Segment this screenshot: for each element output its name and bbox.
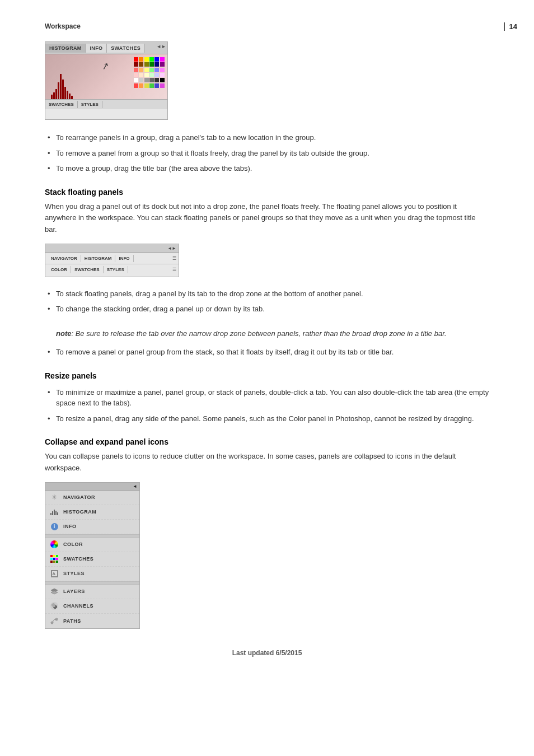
nav-star-icon: ✳: [51, 493, 57, 501]
info-tab[interactable]: INFO: [86, 44, 107, 53]
channels-row[interactable]: CHANNELS: [45, 599, 139, 614]
swatches-row[interactable]: SWATCHES: [45, 552, 139, 567]
top-tab-bar: HISTOGRAM INFO SWATCHES ◄►: [45, 42, 167, 54]
svg-marker-1: [51, 591, 58, 594]
styles-icon-shape: [50, 569, 59, 578]
cursor-arrow: ↗: [100, 60, 110, 73]
stack-title-bar: ◄►: [45, 244, 179, 253]
note-content: : Be sure to release the tab over the na…: [71, 329, 446, 338]
channels-icon: [50, 601, 59, 610]
swatches-label: SWATCHES: [63, 556, 93, 562]
top-panel-illustration: HISTOGRAM INFO SWATCHES ◄►: [45, 41, 168, 120]
collapse-heading: Collapse and expand panel icons: [45, 437, 489, 446]
navigator-icon: ✳: [50, 493, 59, 502]
styles-letter-icon: [51, 570, 58, 577]
page-number: 14: [504, 22, 517, 31]
info-circle-icon: i: [51, 523, 58, 530]
icons-panel-collapse-icon[interactable]: ◄: [133, 484, 137, 489]
bullet-resize-2: To resize a panel, drag any side of the …: [45, 411, 489, 427]
row1-menu-icon[interactable]: ☰: [172, 256, 176, 261]
stack-illustration: ◄► NAVIGATOR HISTOGRAM INFO ☰ COLOR SWAT…: [45, 244, 179, 277]
stack-row-1: NAVIGATOR HISTOGRAM INFO ☰: [45, 253, 179, 264]
swatches-overlay: [134, 57, 165, 88]
collapse-button[interactable]: ◄►: [156, 44, 166, 49]
navigator-label: NAVIGATOR: [63, 494, 95, 500]
bullet-rearrange-1: To rearrange panels in a group, drag a p…: [45, 130, 489, 146]
histogram-bars: [51, 74, 73, 99]
info-tab-2[interactable]: INFO: [115, 255, 133, 262]
bullet-stack2-1: To remove a panel or panel group from th…: [45, 344, 489, 360]
swatches-grid-icon: [50, 555, 58, 563]
paths-row[interactable]: PATHS: [45, 614, 139, 628]
histogram-icon: [50, 507, 59, 516]
stack-arrows-icon: ◄►: [167, 246, 176, 251]
stack-bullets: To stack floating panels, drag a panel b…: [45, 286, 489, 317]
note-text: note: Be sure to release the tab over th…: [56, 328, 489, 339]
styles-tab-2[interactable]: STYLES: [104, 266, 128, 273]
bullet-rearrange-3: To move a group, drag the title bar (the…: [45, 161, 489, 176]
styles-bottom-tab[interactable]: STYLES: [78, 101, 102, 108]
panel-body: ↗: [45, 54, 167, 99]
histogram-row[interactable]: HISTOGRAM: [45, 505, 139, 520]
histogram-tab-2[interactable]: HISTOGRAM: [81, 255, 116, 262]
bottom-tabs: SWATCHES STYLES: [45, 99, 167, 109]
swatches-bottom-tab[interactable]: SWATCHES: [45, 101, 78, 108]
paths-label: PATHS: [63, 618, 81, 624]
page-container: 14 Workspace HISTOGRAM INFO SWATCHES ◄►: [0, 0, 534, 674]
bullet-stack-1: To stack floating panels, drag a panel b…: [45, 286, 489, 302]
swatches-icon-shape: [50, 554, 59, 563]
swatches-tab[interactable]: SWATCHES: [107, 44, 145, 53]
info-label: INFO: [63, 524, 77, 529]
color-tab[interactable]: COLOR: [48, 266, 71, 273]
paths-icon: [50, 617, 59, 626]
layers-row[interactable]: LAYERS: [45, 585, 139, 599]
layers-svg-icon: [50, 587, 58, 595]
layers-label: LAYERS: [63, 589, 85, 594]
swatches-tab-2[interactable]: SWATCHES: [71, 266, 104, 273]
resize-bullets: To minimize or maximize a panel, panel g…: [45, 385, 489, 427]
color-label: COLOR: [63, 542, 83, 547]
svg-point-5: [56, 619, 57, 620]
stack-body: When you drag a panel out of its dock bu…: [45, 201, 489, 236]
section-label: Workspace: [45, 22, 489, 30]
info-icon: i: [50, 522, 59, 531]
styles-label: STYLES: [63, 571, 85, 576]
channels-label: CHANNELS: [63, 603, 93, 609]
histogram-bars-icon: [50, 508, 58, 515]
layers-icon: [50, 587, 59, 596]
histogram-tab[interactable]: HISTOGRAM: [45, 44, 86, 53]
color-wheel-icon: [50, 540, 58, 548]
channels-circle-icon: [50, 602, 58, 610]
icons-panel-illustration: ◄ ✳ NAVIGATOR HISTOGRAM i: [45, 482, 140, 629]
resize-heading: Resize panels: [45, 371, 489, 380]
bullet-stack-2: To change the stacking order, drag a pan…: [45, 301, 489, 317]
stack-row-2: COLOR SWATCHES STYLES ☰: [45, 264, 179, 276]
bullet-resize-1: To minimize or maximize a panel, panel g…: [45, 385, 489, 411]
stack-bullets-2: To remove a panel or panel group from th…: [45, 344, 489, 360]
row2-menu-icon[interactable]: ☰: [172, 267, 176, 272]
color-row[interactable]: COLOR: [45, 538, 139, 552]
svg-point-4: [51, 622, 53, 623]
styles-row[interactable]: STYLES: [45, 567, 139, 581]
info-row[interactable]: i INFO: [45, 520, 139, 534]
collapse-body: You can collapse panels to icons to redu…: [45, 451, 489, 474]
color-icon: [50, 540, 59, 549]
navigator-tab[interactable]: NAVIGATOR: [48, 255, 81, 262]
page-footer: Last updated 6/5/2015: [0, 649, 534, 657]
rearrange-bullets: To rearrange panels in a group, drag a p…: [45, 130, 489, 176]
navigator-row[interactable]: ✳ NAVIGATOR: [45, 491, 139, 505]
histogram-label: HISTOGRAM: [63, 509, 96, 515]
icons-panel-title-bar: ◄: [45, 483, 139, 491]
bullet-rearrange-2: To remove a panel from a group so that i…: [45, 146, 489, 161]
paths-svg-icon: [50, 617, 58, 625]
stack-heading: Stack floating panels: [45, 188, 489, 197]
note-bold-label: note: [56, 329, 71, 338]
